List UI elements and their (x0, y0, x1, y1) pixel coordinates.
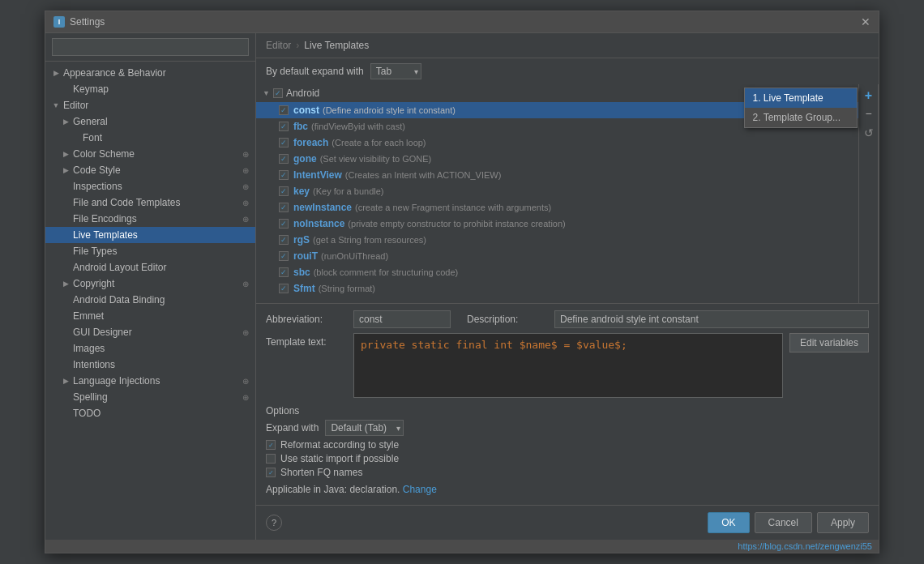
description-input[interactable] (554, 310, 869, 328)
copy-icon: ⊕ (242, 377, 249, 386)
sidebar-label: Inspections (73, 181, 239, 192)
sidebar-item-live-templates[interactable]: Live Templates (45, 227, 255, 243)
template-checkbox[interactable]: ✓ (279, 154, 289, 164)
template-item-key[interactable]: ✓ key (Key for a bundle) (256, 183, 858, 199)
template-item-sfmt[interactable]: ✓ Sfmt (String format) (256, 280, 858, 297)
arrow-icon: ▶ (62, 118, 70, 126)
arrow-icon: ▶ (62, 280, 70, 288)
sidebar-item-spelling[interactable]: Spelling ⊕ (45, 389, 255, 405)
template-checkbox[interactable]: ✓ (279, 203, 289, 212)
close-button[interactable]: ✕ (861, 16, 871, 28)
sidebar-item-gui-designer[interactable]: GUI Designer ⊕ (45, 324, 255, 340)
add-dropdown-popup: 1. Live Template 2. Template Group... (744, 88, 858, 128)
template-checkbox[interactable]: ✓ (279, 105, 289, 115)
abbreviation-label: Abbreviation: (266, 314, 347, 325)
sidebar-item-file-encodings[interactable]: File Encodings ⊕ (45, 211, 255, 227)
description-label: Description: (467, 314, 548, 325)
add-template-button[interactable]: + (861, 88, 877, 104)
undo-button[interactable]: ↺ (861, 125, 877, 141)
template-item-newinstance[interactable]: ✓ newInstance (create a new Fragment ins… (256, 199, 858, 216)
sidebar-item-android-data[interactable]: Android Data Binding (45, 292, 255, 308)
static-import-checkbox[interactable] (266, 454, 276, 464)
template-item-rouit[interactable]: ✓ rouiT (runOnUiThread) (256, 248, 858, 264)
apply-button[interactable]: Apply (817, 512, 869, 533)
sidebar-label: Images (73, 343, 249, 354)
edit-variables-button[interactable]: Edit variables (789, 333, 869, 352)
sidebar-item-font[interactable]: Font (45, 130, 255, 146)
ok-button[interactable]: OK (708, 512, 749, 533)
sidebar-item-general[interactable]: ▶ General (45, 113, 255, 130)
options-label: Options (266, 405, 404, 417)
sidebar-item-copyright[interactable]: ▶ Copyright ⊕ (45, 276, 255, 292)
sidebar-item-images[interactable]: Images (45, 340, 255, 357)
abbreviation-input[interactable] (353, 310, 451, 328)
template-desc: (get a String from resources) (313, 235, 426, 245)
template-abbrev: sbc (293, 267, 310, 278)
template-text-label: Template text: (266, 333, 347, 400)
sidebar-item-appearance[interactable]: ▶ Appearance & Behavior (45, 65, 255, 81)
expand-select[interactable]: Tab Enter Space (370, 63, 421, 79)
sidebar-item-file-types[interactable]: File Types (45, 243, 255, 259)
template-desc: (String format) (319, 284, 375, 293)
expand-with-select-wrapper: Default (Tab) Tab Enter Space (325, 420, 404, 436)
sidebar-tree: ▶ Appearance & Behavior Keymap ▼ Editor … (45, 62, 255, 540)
dropdown-item-live-template[interactable]: 1. Live Template (745, 88, 857, 108)
template-desc: (Create a for each loop) (332, 138, 426, 147)
template-item-rgs[interactable]: ✓ rgS (get a String from resources) (256, 232, 858, 248)
sidebar-item-intentions[interactable]: Intentions (45, 357, 255, 373)
template-abbrev: noInstance (293, 218, 344, 229)
dialog-body: ▶ Appearance & Behavior Keymap ▼ Editor … (45, 33, 879, 540)
shorten-fq-checkbox[interactable]: ✓ (266, 468, 276, 477)
sidebar-item-inspections[interactable]: Inspections ⊕ (45, 178, 255, 194)
dialog-title: Settings (70, 16, 105, 28)
template-checkbox[interactable]: ✓ (279, 235, 289, 245)
group-arrow-icon: ▼ (263, 89, 270, 97)
remove-template-button[interactable]: − (861, 105, 877, 122)
template-checkbox[interactable]: ✓ (279, 186, 289, 196)
details-area: Abbreviation: Description: Template text… (256, 303, 879, 505)
template-item-gone[interactable]: ✓ gone (Set view visibility to GONE) (256, 151, 858, 167)
dropdown-item-template-group[interactable]: 2. Template Group... (745, 108, 857, 127)
breadcrumb-current: Live Templates (304, 40, 369, 51)
group-name: Android (286, 88, 319, 99)
template-item-sbc[interactable]: ✓ sbc (block comment for structuring cod… (256, 264, 858, 280)
breadcrumb-parent: Editor (266, 40, 291, 51)
template-code-input[interactable]: private static final int $name$ = $value… (353, 333, 783, 398)
template-checkbox[interactable]: ✓ (279, 284, 289, 293)
template-item-intentview[interactable]: ✓ IntentView (Creates an Intent with ACT… (256, 167, 858, 183)
sidebar-item-emmet[interactable]: Emmet (45, 308, 255, 324)
template-desc: (block comment for structuring code) (314, 267, 459, 277)
template-checkbox[interactable]: ✓ (279, 251, 289, 261)
sidebar-item-color-scheme[interactable]: ▶ Color Scheme ⊕ (45, 146, 255, 162)
template-checkbox[interactable]: ✓ (279, 138, 289, 147)
template-checkbox[interactable]: ✓ (279, 170, 289, 180)
sidebar-item-todo[interactable]: TODO (45, 405, 255, 421)
copy-icon: ⊕ (242, 199, 249, 207)
sidebar-item-keymap[interactable]: Keymap (45, 81, 255, 97)
expand-with-select[interactable]: Default (Tab) Tab Enter Space (325, 420, 404, 436)
sidebar-item-code-style[interactable]: ▶ Code Style ⊕ (45, 162, 255, 178)
applicable-change-link[interactable]: Change (403, 484, 437, 495)
search-input[interactable] (52, 38, 249, 56)
template-abbrev: rouiT (293, 250, 318, 262)
template-item-noinstance[interactable]: ✓ noInstance (private empty constructor … (256, 216, 858, 232)
search-wrapper (52, 38, 249, 56)
breadcrumb-separator: › (296, 40, 299, 51)
shorten-fq-option: ✓ Shorten FQ names (266, 467, 404, 478)
template-item-foreach[interactable]: ✓ foreach (Create a for each loop) (256, 135, 858, 151)
arrow-icon: ▶ (62, 166, 70, 174)
help-button[interactable]: ? (266, 515, 282, 531)
sidebar-item-file-code-templates[interactable]: File and Code Templates ⊕ (45, 194, 255, 211)
sidebar-label: Android Data Binding (73, 294, 249, 306)
template-checkbox[interactable]: ✓ (279, 122, 289, 131)
template-desc: (create a new Fragment instance with arg… (355, 203, 551, 212)
template-checkbox[interactable]: ✓ (279, 219, 289, 229)
sidebar-item-lang-injections[interactable]: ▶ Language Injections ⊕ (45, 373, 255, 389)
cancel-button[interactable]: Cancel (755, 512, 812, 533)
template-checkbox[interactable]: ✓ (279, 267, 289, 277)
sidebar-item-editor[interactable]: ▼ Editor (45, 97, 255, 113)
group-checkbox[interactable]: ✓ (273, 88, 283, 98)
abbrev-desc-row: Abbreviation: Description: (266, 310, 869, 328)
reformat-checkbox[interactable]: ✓ (266, 440, 276, 450)
sidebar-item-android-layout[interactable]: Android Layout Editor (45, 259, 255, 276)
